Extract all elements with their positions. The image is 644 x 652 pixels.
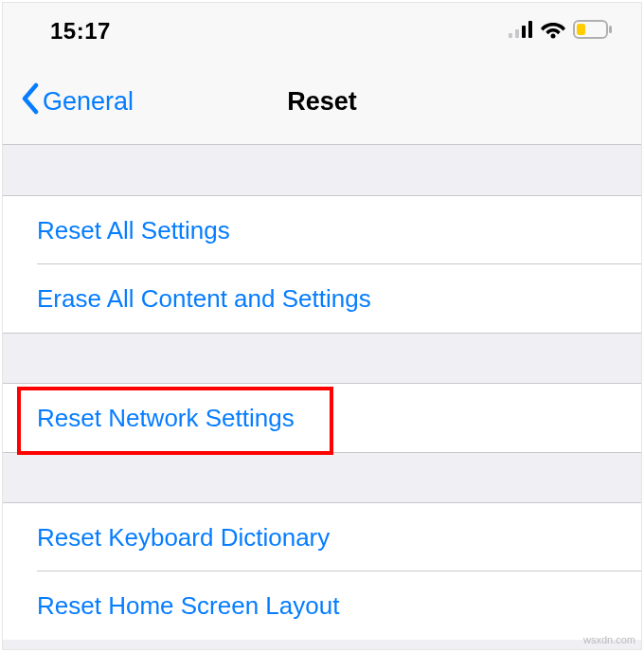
chevron-left-icon [20, 82, 41, 121]
section-gap [3, 452, 641, 503]
list-item-label: Erase All Content and Settings [37, 284, 371, 314]
section-gap [3, 145, 641, 196]
screen: 15:17 [2, 2, 642, 650]
back-label: General [43, 87, 134, 117]
svg-point-4 [551, 34, 556, 39]
erase-all-content[interactable]: Erase All Content and Settings [3, 264, 641, 333]
page-title: Reset [287, 87, 357, 117]
status-bar: 15:17 [3, 3, 641, 60]
list-group-1: Reset All Settings Erase All Content and… [3, 196, 641, 333]
list-item-label: Reset Home Screen Layout [37, 591, 339, 621]
svg-rect-1 [515, 29, 519, 38]
list-item-label: Reset Network Settings [37, 404, 295, 433]
reset-network-settings[interactable]: Reset Network Settings [3, 384, 641, 452]
cellular-icon [509, 21, 533, 42]
list-item-label: Reset Keyboard Dictionary [37, 523, 330, 552]
back-button[interactable]: General [3, 82, 134, 121]
svg-rect-0 [509, 33, 512, 38]
list-item-label: Reset All Settings [37, 216, 230, 245]
status-time: 15:17 [50, 18, 111, 45]
reset-all-settings[interactable]: Reset All Settings [3, 196, 641, 264]
wifi-icon [541, 20, 565, 43]
svg-rect-6 [609, 26, 612, 33]
svg-rect-3 [528, 21, 532, 38]
reset-keyboard-dictionary[interactable]: Reset Keyboard Dictionary [3, 503, 641, 571]
list-group-2: Reset Network Settings [3, 384, 641, 452]
battery-icon [573, 20, 613, 43]
reset-home-screen-layout[interactable]: Reset Home Screen Layout [3, 571, 641, 640]
list-group-3: Reset Keyboard Dictionary Reset Home Scr… [3, 503, 641, 640]
svg-rect-7 [577, 24, 585, 35]
svg-rect-2 [522, 26, 526, 38]
section-gap [3, 333, 641, 384]
watermark: wsxdn.com [583, 634, 635, 645]
status-icons [509, 20, 613, 43]
nav-header: General Reset [3, 60, 641, 145]
